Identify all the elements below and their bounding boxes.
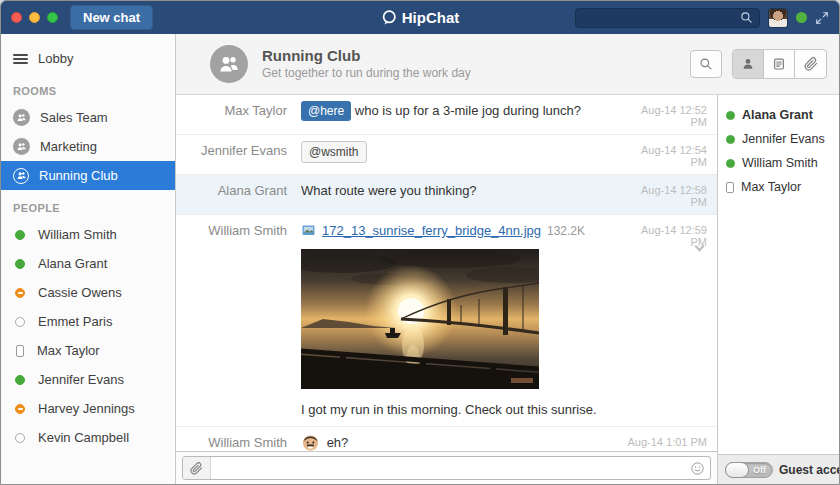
emoticon-picker-button[interactable] (684, 461, 710, 476)
message-author[interactable]: William Smith (176, 221, 301, 238)
sidebar-room-sales-team[interactable]: Sales Team (1, 103, 175, 132)
files-panel-button[interactable] (764, 50, 795, 78)
new-chat-button[interactable]: New chat (70, 5, 153, 30)
presence-icon (15, 317, 25, 327)
file-link[interactable]: 172_13_sunrise_ferry_bridge_4nn.jpg (322, 221, 541, 241)
paperclip-icon (804, 57, 818, 71)
room-title: Running Club (262, 47, 471, 66)
image-file-icon (301, 223, 316, 238)
room-name: Sales Team (40, 110, 108, 125)
presence-icon (726, 182, 734, 193)
sidebar-person-cassie-owens[interactable]: Cassie Owens (1, 278, 175, 307)
message-row: William Smith 172_13_sunrise (176, 215, 717, 427)
sidebar-room-running-club[interactable]: Running Club (1, 161, 175, 190)
member-name: William Smith (742, 156, 818, 170)
roster-member-max-taylor[interactable]: Max Taylor (718, 175, 839, 199)
presence-icon (15, 230, 25, 240)
minimize-window-button[interactable] (29, 12, 40, 23)
message-timestamp: Aug-14 12:58 PM (622, 181, 717, 208)
sunrise-photo[interactable] (301, 249, 539, 389)
person-name: Emmet Paris (38, 314, 112, 329)
attach-file-button[interactable] (183, 457, 211, 479)
roster-member-jennifer-evans[interactable]: Jennifer Evans (718, 127, 839, 151)
person-name: Max Taylor (37, 343, 100, 358)
person-name: Alana Grant (38, 256, 107, 271)
sidebar-person-jennifer-evans[interactable]: Jennifer Evans (1, 365, 175, 394)
chat-panel: Max Taylor @here who is up for a 3-mile … (176, 95, 717, 484)
person-name: Jennifer Evans (38, 372, 124, 387)
room-icon (13, 109, 30, 126)
sidebar-person-alana-grant[interactable]: Alana Grant (1, 249, 175, 278)
panel-toggle-group (732, 49, 827, 79)
presence-icon (15, 433, 25, 443)
presence-icon (15, 288, 25, 298)
mention-user-badge[interactable]: @wsmith (301, 141, 367, 163)
toggle-state-label: Off (753, 465, 766, 475)
sidebar-person-kevin-campbell[interactable]: Kevin Campbell (1, 423, 175, 452)
message-author[interactable]: Alana Grant (176, 181, 301, 198)
sidebar-person-william-smith[interactable]: William Smith (1, 220, 175, 249)
room-name: Marketing (40, 139, 97, 154)
message-body: @here who is up for a 3-mile jog during … (301, 101, 622, 121)
message-input[interactable] (211, 461, 684, 476)
lobby-menu-icon (13, 54, 28, 64)
message-author[interactable]: Max Taylor (176, 101, 301, 118)
message-list[interactable]: Max Taylor @here who is up for a 3-mile … (176, 95, 717, 451)
presence-icon (726, 159, 735, 168)
guest-access-label: Guest access (779, 463, 840, 477)
sidebar-room-marketing[interactable]: Marketing (1, 132, 175, 161)
message-row: Jennifer Evans @wsmith Aug-14 12:54 PM (176, 135, 717, 175)
message-text: What route were you thinking? (301, 183, 477, 198)
person-icon (741, 57, 755, 71)
message-row: Max Taylor @here who is up for a 3-mile … (176, 95, 717, 135)
person-name: Cassie Owens (38, 285, 122, 300)
hipchat-window: New chat HipChat (0, 0, 840, 485)
message-text: who is up for a 3-mile jog during lunch? (355, 103, 581, 118)
global-search-box[interactable] (575, 8, 760, 28)
room-header: Running Club Get together to run during … (176, 34, 839, 95)
room-search-button[interactable] (690, 50, 722, 78)
presence-icon (16, 345, 24, 357)
presence-icon (15, 259, 25, 269)
member-name: Jennifer Evans (742, 132, 825, 146)
zoom-window-button[interactable] (47, 12, 58, 23)
person-name: Harvey Jennings (38, 401, 135, 416)
presence-icon (726, 111, 735, 120)
message-text: I got my run in this morning. Check out … (301, 400, 622, 420)
message-timestamp: Aug-14 12:52 PM (622, 101, 717, 128)
topbar-right (575, 8, 829, 28)
message-author[interactable]: Jennifer Evans (176, 141, 301, 158)
message-row: Alana Grant What route were you thinking… (176, 175, 717, 215)
global-search-input[interactable] (582, 11, 740, 25)
close-window-button[interactable] (11, 12, 22, 23)
message-body: What route were you thinking? (301, 181, 622, 201)
message-body: @wsmith (301, 141, 622, 163)
smiley-icon (690, 461, 705, 476)
document-icon (772, 57, 786, 71)
links-panel-button[interactable] (795, 50, 826, 78)
roster-member-william-smith[interactable]: William Smith (718, 151, 839, 175)
sidebar-person-max-taylor[interactable]: Max Taylor (1, 336, 175, 365)
lobby-label: Lobby (38, 51, 73, 66)
hipchat-bubble-icon (381, 9, 398, 26)
guest-access-toggle[interactable]: Off (725, 462, 773, 478)
eh-face-emoticon (301, 433, 320, 452)
message-author[interactable]: William Smith (176, 433, 301, 450)
sidebar-person-harvey-jennings[interactable]: Harvey Jennings (1, 394, 175, 423)
room-toolbar (690, 49, 827, 79)
current-user-status-icon[interactable] (796, 12, 807, 23)
roster-member-alana-grant[interactable]: Alana Grant (718, 103, 839, 127)
sidebar-person-emmet-paris[interactable]: Emmet Paris (1, 307, 175, 336)
person-name: Kevin Campbell (38, 430, 129, 445)
room-topic[interactable]: Get together to run during the work day (262, 66, 471, 81)
search-icon (699, 57, 713, 71)
room-roster-panel: Alana Grant Jennifer Evans William Smith (717, 95, 839, 484)
expand-icon[interactable] (815, 11, 829, 25)
search-icon (740, 11, 753, 24)
people-panel-button[interactable] (733, 50, 764, 78)
guest-access-footer: Off Guest access (718, 454, 839, 484)
sidebar-item-lobby[interactable]: Lobby (1, 44, 175, 73)
mention-here-badge[interactable]: @here (301, 101, 351, 121)
presence-icon (15, 375, 25, 385)
current-user-avatar[interactable] (768, 8, 788, 28)
